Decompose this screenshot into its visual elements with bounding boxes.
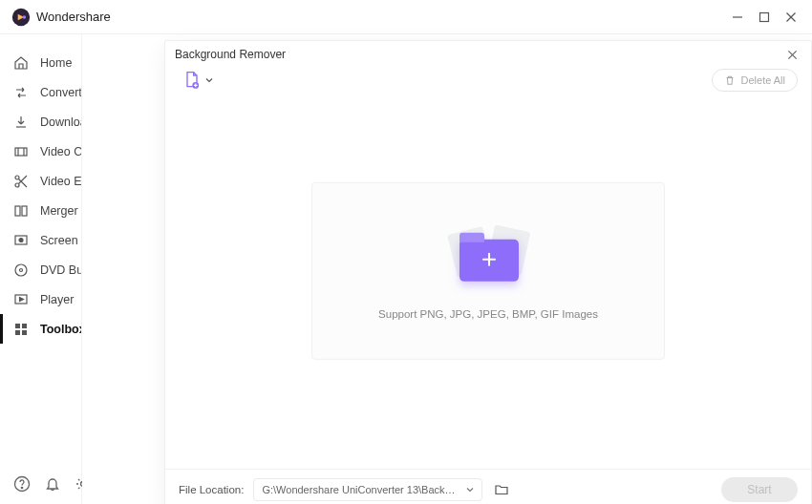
- svg-point-13: [15, 264, 27, 276]
- sidebar-item-video-editor[interactable]: Video Editor: [0, 166, 81, 196]
- file-location-label: File Location:: [179, 484, 244, 495]
- app-logo-icon: [11, 8, 31, 27]
- sidebar-item-label: Downloader: [40, 116, 81, 129]
- dialog-title: Background Remover: [175, 48, 286, 61]
- player-icon: [13, 292, 29, 307]
- dialog-header: Background Remover: [165, 41, 811, 66]
- dialog-toolbar: Delete All: [165, 66, 811, 94]
- add-file-button[interactable]: [179, 69, 217, 92]
- sidebar-item-label: Screen Recorder: [40, 234, 81, 247]
- svg-point-12: [19, 238, 23, 242]
- window-minimize-button[interactable]: [724, 4, 751, 31]
- trash-icon: [724, 74, 736, 86]
- window-close-button[interactable]: [778, 4, 804, 31]
- svg-rect-6: [15, 148, 27, 156]
- browse-folder-button[interactable]: [492, 480, 511, 499]
- svg-rect-17: [22, 324, 27, 328]
- chevron-down-icon: [205, 76, 213, 84]
- file-location-path: G:\Wondershare UniConverter 13\Backgroun…: [262, 484, 458, 495]
- svg-rect-18: [15, 330, 20, 335]
- convert-icon: [13, 85, 29, 100]
- chevron-down-icon: [466, 486, 474, 494]
- sidebar-item-merger[interactable]: Merger: [0, 196, 81, 225]
- sidebar-item-label: Video Compressor: [40, 145, 81, 158]
- dialog-close-button[interactable]: [782, 45, 801, 64]
- svg-point-21: [21, 487, 22, 488]
- app-title: Wondershare: [36, 10, 111, 24]
- svg-rect-9: [15, 206, 20, 216]
- sidebar-item-label: Player: [40, 293, 74, 306]
- notifications-icon[interactable]: [44, 475, 61, 493]
- download-icon: [13, 115, 29, 130]
- record-icon: [13, 233, 29, 248]
- dvd-icon: [13, 262, 29, 278]
- dialog-body: Support PNG, JPG, JPEG, BMP, GIF Images: [165, 94, 811, 469]
- svg-point-14: [20, 268, 23, 271]
- svg-point-1: [23, 15, 27, 19]
- home-icon: [13, 55, 29, 71]
- help-icon[interactable]: [13, 475, 31, 493]
- svg-rect-19: [22, 330, 27, 335]
- file-location-select[interactable]: G:\Wondershare UniConverter 13\Backgroun…: [253, 478, 482, 501]
- scissors-icon: [13, 174, 29, 189]
- window-maximize-button[interactable]: [751, 4, 778, 31]
- background-remover-dialog: Background Remover Delete All: [164, 40, 812, 504]
- sidebar-item-label: DVD Burner: [40, 263, 81, 277]
- delete-all-button[interactable]: Delete All: [712, 69, 798, 92]
- sidebar-item-toolbox[interactable]: Toolbox: [0, 314, 81, 344]
- svg-point-8: [15, 183, 19, 187]
- svg-rect-16: [15, 324, 20, 328]
- dropzone-support-text: Support PNG, JPG, JPEG, BMP, GIF Images: [378, 308, 598, 320]
- start-button[interactable]: Start: [721, 477, 798, 502]
- sidebar-item-dvd-burner[interactable]: DVD Burner: [0, 255, 81, 284]
- svg-rect-3: [760, 12, 769, 21]
- sidebar-item-label: Merger: [40, 204, 78, 218]
- start-button-label: Start: [747, 483, 771, 496]
- dropzone[interactable]: Support PNG, JPG, JPEG, BMP, GIF Images: [311, 182, 665, 360]
- titlebar: Wondershare: [0, 0, 812, 34]
- sidebar-item-label: Toolbox: [40, 323, 81, 336]
- compress-icon: [13, 144, 29, 159]
- delete-all-label: Delete All: [741, 74, 785, 86]
- sidebar-item-downloader[interactable]: Downloader: [0, 107, 81, 136]
- sidebar-item-screen-recorder[interactable]: Screen Recorder: [0, 225, 81, 255]
- main-content: d the ing of aits ence und. data etadata…: [82, 34, 812, 504]
- svg-rect-10: [22, 206, 27, 216]
- add-folder-icon: [446, 222, 530, 284]
- toolbox-icon: [13, 322, 29, 337]
- sidebar-item-label: Converter: [40, 86, 81, 99]
- sidebar-item-converter[interactable]: Converter: [0, 77, 81, 107]
- sidebar-item-label: Home: [40, 56, 72, 70]
- sidebar-item-home[interactable]: Home: [0, 48, 81, 77]
- svg-point-7: [15, 176, 19, 179]
- dialog-footer: File Location: G:\Wondershare UniConvert…: [165, 469, 811, 504]
- sidebar-item-label: Video Editor: [40, 175, 81, 188]
- sidebar-item-player[interactable]: Player: [0, 284, 81, 314]
- sidebar-bottom: [0, 464, 81, 504]
- sidebar-item-video-compressor[interactable]: Video Compressor: [0, 136, 81, 166]
- sidebar: Home Converter Downloader Video Compress…: [0, 34, 82, 504]
- merger-icon: [13, 203, 29, 219]
